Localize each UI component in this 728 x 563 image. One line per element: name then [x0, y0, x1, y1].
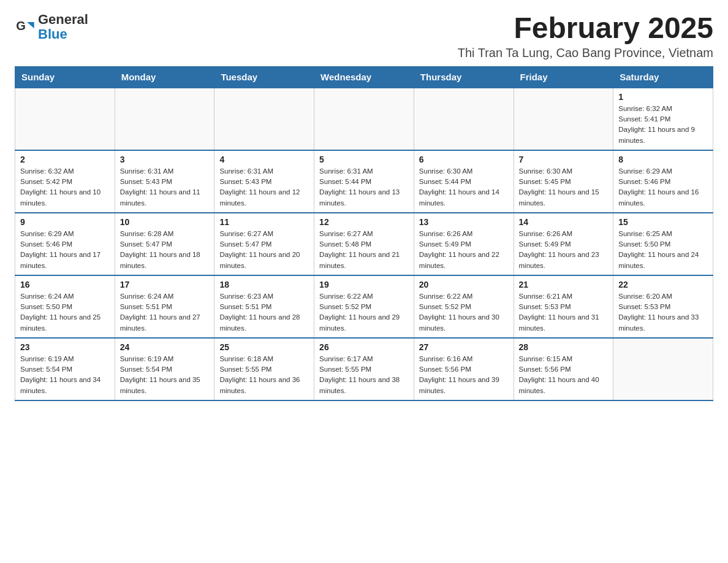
day-info: Sunrise: 6:15 AMSunset: 5:56 PMDaylight:… [519, 354, 609, 396]
day-number: 4 [219, 155, 309, 164]
day-number: 25 [219, 342, 309, 352]
day-info: Sunrise: 6:30 AMSunset: 5:44 PMDaylight:… [419, 166, 509, 209]
calendar-cell: 3Sunrise: 6:31 AMSunset: 5:43 PMDaylight… [115, 150, 214, 213]
day-info: Sunrise: 6:23 AMSunset: 5:51 PMDaylight:… [219, 291, 309, 334]
calendar-cell: 9Sunrise: 6:29 AMSunset: 5:46 PMDaylight… [15, 213, 115, 275]
day-number: 11 [219, 217, 309, 227]
header-monday: Monday [115, 66, 214, 88]
calendar-cell: 23Sunrise: 6:19 AMSunset: 5:54 PMDayligh… [15, 338, 115, 400]
calendar-cell: 27Sunrise: 6:16 AMSunset: 5:56 PMDayligh… [414, 338, 514, 400]
day-info: Sunrise: 6:29 AMSunset: 5:46 PMDaylight:… [20, 229, 110, 271]
calendar-table: Sunday Monday Tuesday Wednesday Thursday… [15, 66, 713, 401]
day-info: Sunrise: 6:29 AMSunset: 5:46 PMDaylight:… [618, 166, 708, 209]
day-number: 13 [419, 217, 509, 227]
header-thursday: Thursday [414, 66, 514, 88]
day-info: Sunrise: 6:19 AMSunset: 5:54 PMDaylight:… [20, 354, 110, 396]
week-row-2: 2Sunrise: 6:32 AMSunset: 5:42 PMDaylight… [15, 150, 713, 213]
day-info: Sunrise: 6:19 AMSunset: 5:54 PMDaylight:… [120, 354, 210, 396]
day-number: 16 [20, 280, 110, 289]
day-number: 18 [219, 280, 309, 289]
logo: G General Blue [15, 12, 88, 42]
day-info: Sunrise: 6:32 AMSunset: 5:41 PMDaylight:… [618, 104, 708, 146]
week-row-4: 16Sunrise: 6:24 AMSunset: 5:50 PMDayligh… [15, 275, 713, 338]
calendar-cell: 6Sunrise: 6:30 AMSunset: 5:44 PMDaylight… [414, 150, 514, 213]
day-number: 17 [120, 280, 210, 289]
day-number: 3 [120, 155, 210, 164]
day-number: 28 [519, 342, 609, 352]
header-tuesday: Tuesday [214, 66, 314, 88]
day-number: 20 [419, 280, 509, 289]
calendar-cell [115, 88, 214, 150]
day-info: Sunrise: 6:24 AMSunset: 5:51 PMDaylight:… [120, 291, 210, 334]
calendar-cell [514, 88, 613, 150]
weekday-header-row: Sunday Monday Tuesday Wednesday Thursday… [15, 66, 713, 88]
day-info: Sunrise: 6:31 AMSunset: 5:44 PMDaylight:… [319, 166, 409, 209]
day-number: 1 [618, 92, 708, 102]
calendar-cell: 20Sunrise: 6:22 AMSunset: 5:52 PMDayligh… [414, 275, 514, 338]
calendar-cell: 1Sunrise: 6:32 AMSunset: 5:41 PMDaylight… [613, 88, 713, 150]
day-info: Sunrise: 6:27 AMSunset: 5:48 PMDaylight:… [319, 229, 409, 271]
day-info: Sunrise: 6:17 AMSunset: 5:55 PMDaylight:… [319, 354, 409, 396]
day-number: 21 [519, 280, 609, 289]
day-info: Sunrise: 6:28 AMSunset: 5:47 PMDaylight:… [120, 229, 210, 271]
title-area: February 2025 Thi Tran Ta Lung, Cao Bang… [458, 12, 713, 60]
logo-text-blue: Blue [38, 27, 88, 42]
day-info: Sunrise: 6:22 AMSunset: 5:52 PMDaylight:… [319, 291, 409, 334]
calendar-cell: 13Sunrise: 6:26 AMSunset: 5:49 PMDayligh… [414, 213, 514, 275]
header-friday: Friday [514, 66, 613, 88]
day-info: Sunrise: 6:16 AMSunset: 5:56 PMDaylight:… [419, 354, 509, 396]
calendar-cell: 28Sunrise: 6:15 AMSunset: 5:56 PMDayligh… [514, 338, 613, 400]
day-info: Sunrise: 6:18 AMSunset: 5:55 PMDaylight:… [219, 354, 309, 396]
day-number: 22 [618, 280, 708, 289]
day-number: 9 [20, 217, 110, 227]
calendar-cell: 8Sunrise: 6:29 AMSunset: 5:46 PMDaylight… [613, 150, 713, 213]
header-sunday: Sunday [15, 66, 115, 88]
day-number: 23 [20, 342, 110, 352]
header-saturday: Saturday [613, 66, 713, 88]
header-wednesday: Wednesday [314, 66, 414, 88]
calendar-cell: 18Sunrise: 6:23 AMSunset: 5:51 PMDayligh… [214, 275, 314, 338]
day-number: 19 [319, 280, 409, 289]
month-title: February 2025 [458, 12, 713, 45]
calendar-cell: 7Sunrise: 6:30 AMSunset: 5:45 PMDaylight… [514, 150, 613, 213]
calendar-cell: 21Sunrise: 6:21 AMSunset: 5:53 PMDayligh… [514, 275, 613, 338]
location-title: Thi Tran Ta Lung, Cao Bang Province, Vie… [458, 46, 713, 60]
day-number: 27 [419, 342, 509, 352]
logo-text-general: General [38, 12, 88, 27]
calendar-cell: 17Sunrise: 6:24 AMSunset: 5:51 PMDayligh… [115, 275, 214, 338]
day-info: Sunrise: 6:31 AMSunset: 5:43 PMDaylight:… [219, 166, 309, 209]
calendar-cell: 5Sunrise: 6:31 AMSunset: 5:44 PMDaylight… [314, 150, 414, 213]
calendar-cell: 4Sunrise: 6:31 AMSunset: 5:43 PMDaylight… [214, 150, 314, 213]
svg-marker-2 [27, 22, 34, 28]
day-info: Sunrise: 6:27 AMSunset: 5:47 PMDaylight:… [219, 229, 309, 271]
day-info: Sunrise: 6:24 AMSunset: 5:50 PMDaylight:… [20, 291, 110, 334]
day-info: Sunrise: 6:22 AMSunset: 5:52 PMDaylight:… [419, 291, 509, 334]
week-row-3: 9Sunrise: 6:29 AMSunset: 5:46 PMDaylight… [15, 213, 713, 275]
day-number: 8 [618, 155, 708, 164]
day-info: Sunrise: 6:30 AMSunset: 5:45 PMDaylight:… [519, 166, 609, 209]
day-number: 12 [319, 217, 409, 227]
week-row-1: 1Sunrise: 6:32 AMSunset: 5:41 PMDaylight… [15, 88, 713, 150]
calendar-cell: 15Sunrise: 6:25 AMSunset: 5:50 PMDayligh… [613, 213, 713, 275]
calendar-cell: 26Sunrise: 6:17 AMSunset: 5:55 PMDayligh… [314, 338, 414, 400]
svg-text:G: G [16, 19, 26, 33]
day-number: 7 [519, 155, 609, 164]
day-number: 6 [419, 155, 509, 164]
calendar-cell: 19Sunrise: 6:22 AMSunset: 5:52 PMDayligh… [314, 275, 414, 338]
day-number: 2 [20, 155, 110, 164]
week-row-5: 23Sunrise: 6:19 AMSunset: 5:54 PMDayligh… [15, 338, 713, 400]
page-header: G General Blue February 2025 Thi Tran Ta… [15, 12, 713, 60]
calendar-cell: 12Sunrise: 6:27 AMSunset: 5:48 PMDayligh… [314, 213, 414, 275]
day-info: Sunrise: 6:20 AMSunset: 5:53 PMDaylight:… [618, 291, 708, 334]
day-info: Sunrise: 6:32 AMSunset: 5:42 PMDaylight:… [20, 166, 110, 209]
day-number: 14 [519, 217, 609, 227]
day-info: Sunrise: 6:26 AMSunset: 5:49 PMDaylight:… [519, 229, 609, 271]
calendar-cell: 10Sunrise: 6:28 AMSunset: 5:47 PMDayligh… [115, 213, 214, 275]
day-info: Sunrise: 6:26 AMSunset: 5:49 PMDaylight:… [419, 229, 509, 271]
calendar-cell [214, 88, 314, 150]
day-number: 10 [120, 217, 210, 227]
day-info: Sunrise: 6:21 AMSunset: 5:53 PMDaylight:… [519, 291, 609, 334]
day-info: Sunrise: 6:31 AMSunset: 5:43 PMDaylight:… [120, 166, 210, 209]
calendar-cell: 25Sunrise: 6:18 AMSunset: 5:55 PMDayligh… [214, 338, 314, 400]
calendar-cell: 14Sunrise: 6:26 AMSunset: 5:49 PMDayligh… [514, 213, 613, 275]
